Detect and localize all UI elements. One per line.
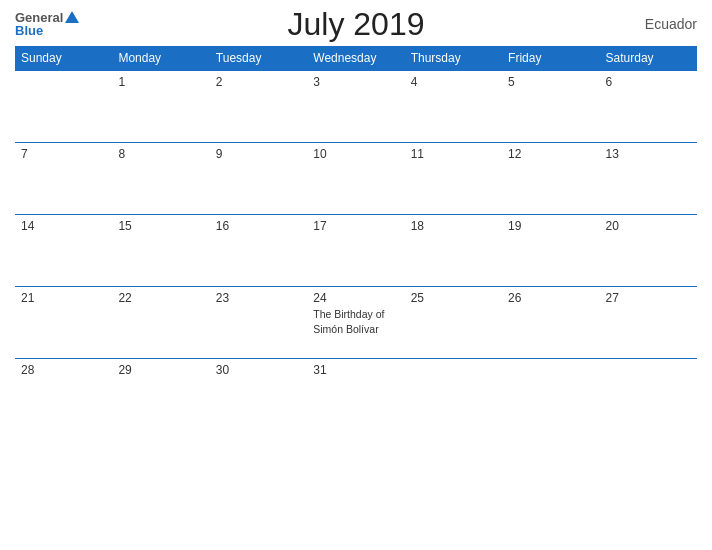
calendar-week-row: 21222324The Birthday of Simón Bolívar252… — [15, 287, 697, 359]
calendar-day-cell: 21 — [15, 287, 112, 359]
calendar-day-cell: 22 — [112, 287, 209, 359]
calendar-day-cell: 23 — [210, 287, 307, 359]
day-number: 10 — [313, 147, 398, 161]
logo-blue: Blue — [15, 23, 43, 38]
day-number: 9 — [216, 147, 301, 161]
calendar-day-cell — [502, 359, 599, 431]
day-number: 12 — [508, 147, 593, 161]
calendar-day-cell: 6 — [600, 71, 697, 143]
day-number: 18 — [411, 219, 496, 233]
calendar-day-cell: 27 — [600, 287, 697, 359]
weekday-header-row: SundayMondayTuesdayWednesdayThursdayFrid… — [15, 46, 697, 71]
day-number: 4 — [411, 75, 496, 89]
day-number: 24 — [313, 291, 398, 305]
day-number: 13 — [606, 147, 691, 161]
calendar-day-cell: 7 — [15, 143, 112, 215]
day-number: 31 — [313, 363, 398, 377]
day-number: 21 — [21, 291, 106, 305]
calendar-day-cell: 11 — [405, 143, 502, 215]
calendar-container: General Blue July 2019 Ecuador SundayMon… — [0, 0, 712, 550]
day-number: 8 — [118, 147, 203, 161]
country-label: Ecuador — [645, 16, 697, 32]
calendar-grid: SundayMondayTuesdayWednesdayThursdayFrid… — [15, 46, 697, 431]
calendar-day-cell: 20 — [600, 215, 697, 287]
event-text: The Birthday of Simón Bolívar — [313, 308, 384, 335]
day-number: 27 — [606, 291, 691, 305]
calendar-day-cell: 8 — [112, 143, 209, 215]
calendar-header: General Blue July 2019 Ecuador — [15, 10, 697, 38]
calendar-day-cell: 4 — [405, 71, 502, 143]
day-number: 25 — [411, 291, 496, 305]
day-number: 3 — [313, 75, 398, 89]
calendar-day-cell: 31 — [307, 359, 404, 431]
calendar-day-cell: 29 — [112, 359, 209, 431]
calendar-day-cell: 16 — [210, 215, 307, 287]
calendar-day-cell: 10 — [307, 143, 404, 215]
calendar-week-row: 78910111213 — [15, 143, 697, 215]
calendar-day-cell: 26 — [502, 287, 599, 359]
month-title: July 2019 — [288, 6, 425, 43]
calendar-day-cell: 15 — [112, 215, 209, 287]
weekday-header: Thursday — [405, 46, 502, 71]
calendar-day-cell: 19 — [502, 215, 599, 287]
day-number: 15 — [118, 219, 203, 233]
calendar-day-cell: 25 — [405, 287, 502, 359]
calendar-day-cell: 30 — [210, 359, 307, 431]
day-number: 14 — [21, 219, 106, 233]
day-number: 20 — [606, 219, 691, 233]
calendar-week-row: 123456 — [15, 71, 697, 143]
day-number: 17 — [313, 219, 398, 233]
calendar-day-cell: 13 — [600, 143, 697, 215]
weekday-header: Sunday — [15, 46, 112, 71]
day-number: 5 — [508, 75, 593, 89]
calendar-day-cell: 12 — [502, 143, 599, 215]
calendar-day-cell: 18 — [405, 215, 502, 287]
weekday-header: Friday — [502, 46, 599, 71]
calendar-day-cell: 2 — [210, 71, 307, 143]
day-number: 6 — [606, 75, 691, 89]
logo-triangle-icon — [65, 11, 79, 23]
calendar-day-cell: 24The Birthday of Simón Bolívar — [307, 287, 404, 359]
day-number: 11 — [411, 147, 496, 161]
calendar-day-cell: 17 — [307, 215, 404, 287]
calendar-day-cell — [405, 359, 502, 431]
day-number: 19 — [508, 219, 593, 233]
day-number: 2 — [216, 75, 301, 89]
day-number: 29 — [118, 363, 203, 377]
calendar-day-cell: 9 — [210, 143, 307, 215]
calendar-day-cell: 1 — [112, 71, 209, 143]
calendar-day-cell: 14 — [15, 215, 112, 287]
calendar-week-row: 28293031 — [15, 359, 697, 431]
day-number: 28 — [21, 363, 106, 377]
calendar-week-row: 14151617181920 — [15, 215, 697, 287]
calendar-day-cell: 28 — [15, 359, 112, 431]
weekday-header: Saturday — [600, 46, 697, 71]
calendar-day-cell — [600, 359, 697, 431]
day-number: 26 — [508, 291, 593, 305]
day-number: 7 — [21, 147, 106, 161]
weekday-header: Monday — [112, 46, 209, 71]
day-number: 1 — [118, 75, 203, 89]
calendar-day-cell — [15, 71, 112, 143]
logo: General Blue — [15, 10, 79, 38]
day-number: 16 — [216, 219, 301, 233]
weekday-header: Tuesday — [210, 46, 307, 71]
day-number: 30 — [216, 363, 301, 377]
day-number: 22 — [118, 291, 203, 305]
day-number: 23 — [216, 291, 301, 305]
calendar-day-cell: 3 — [307, 71, 404, 143]
calendar-day-cell: 5 — [502, 71, 599, 143]
weekday-header: Wednesday — [307, 46, 404, 71]
